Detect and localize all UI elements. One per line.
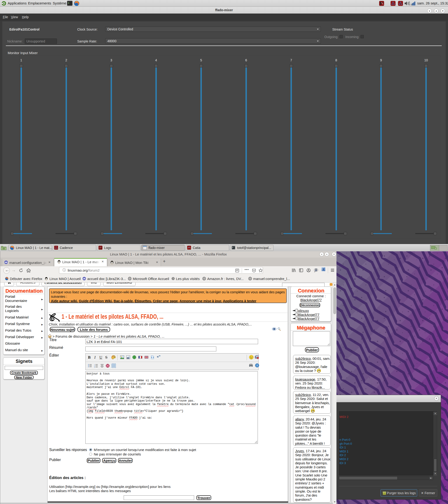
svg-text:?: ? <box>256 364 258 367</box>
svg-text:LZK: LZK <box>5 262 7 263</box>
svg-text:3: 3 <box>94 367 95 368</box>
svg-text:LZK: LZK <box>83 278 86 280</box>
